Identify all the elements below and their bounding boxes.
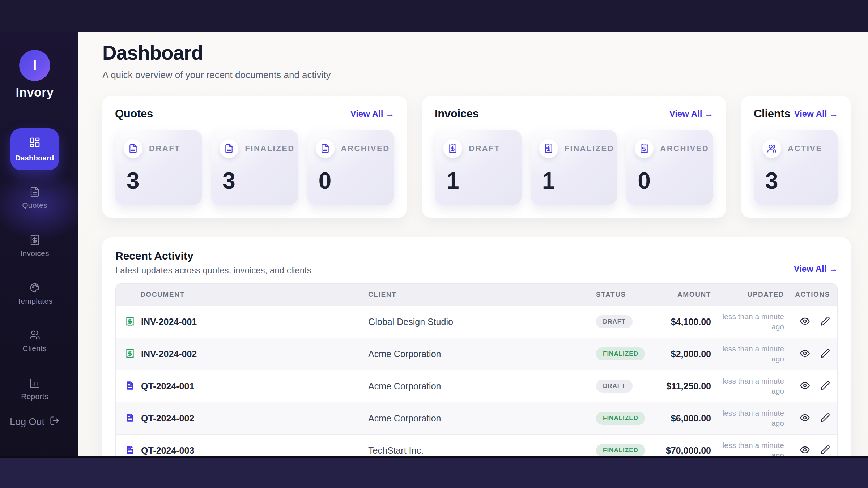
updated-timestamp: less than a minute ago xyxy=(711,440,784,456)
edit-button[interactable] xyxy=(820,413,830,424)
invoice-receipt-icon xyxy=(125,316,135,328)
quotes-view-all-link[interactable]: View All → xyxy=(350,109,394,119)
clients-view-all-link[interactable]: View All → xyxy=(794,109,838,119)
palette-icon xyxy=(29,282,40,293)
client-name: Acme Corporation xyxy=(368,413,596,424)
status-badge: FINALIZED xyxy=(596,347,645,360)
table-header-row: DOCUMENT CLIENT STATUS AMOUNT UPDATED AC… xyxy=(116,284,837,305)
layout-dashboard-icon xyxy=(29,137,41,150)
quote-document-icon xyxy=(125,381,135,392)
sidebar-item-label: Templates xyxy=(17,297,52,305)
client-name: Acme Corporation xyxy=(368,349,596,359)
stat-value: 3 xyxy=(127,167,193,194)
sidebar-item-reports[interactable]: Reports xyxy=(0,378,69,401)
stat-tile-quotes-archived: ARCHIVED 0 xyxy=(307,130,394,205)
stat-tile-quotes-draft: DRAFT 3 xyxy=(115,130,202,205)
recent-activity-card: Recent Activity Latest updates across qu… xyxy=(102,237,851,456)
stat-label: DRAFT xyxy=(149,144,180,153)
sidebar-item-label: Reports xyxy=(21,392,48,401)
recent-activity-table: DOCUMENT CLIENT STATUS AMOUNT UPDATED AC… xyxy=(115,283,838,456)
main-content: Dashboard A quick overview of your recen… xyxy=(78,32,868,456)
table-row[interactable]: INV-2024-002 Acme Corporation FINALIZED … xyxy=(116,338,837,370)
card-title: Clients xyxy=(754,107,790,120)
sidebar-item-dashboard[interactable]: Dashboard xyxy=(10,128,59,170)
pencil-icon xyxy=(820,445,830,456)
stat-label: FINALIZED xyxy=(245,144,294,153)
client-name: Global Design Studio xyxy=(368,317,596,327)
amount-value: $6,000.00 xyxy=(650,413,711,424)
stat-tile-invoices-draft: DRAFT 1 xyxy=(435,130,522,205)
sidebar-item-templates[interactable]: Templates xyxy=(0,282,69,305)
edit-button[interactable] xyxy=(820,381,830,391)
top-band xyxy=(0,0,868,32)
status-badge: FINALIZED xyxy=(596,412,645,425)
stat-label: ARCHIVED xyxy=(660,144,709,153)
status-badge: DRAFT xyxy=(596,315,633,328)
brand-logo: I xyxy=(19,50,50,81)
quote-document-icon xyxy=(125,445,135,456)
stat-value: 3 xyxy=(222,167,289,194)
sidebar-item-clients[interactable]: Clients xyxy=(0,330,69,353)
client-name: TechStart Inc. xyxy=(368,445,596,456)
invoices-summary-card: Invoices View All → DRAFT 1 xyxy=(422,96,726,218)
document-id: QT-2024-003 xyxy=(141,445,194,456)
receipt-icon xyxy=(635,139,654,158)
stat-value: 0 xyxy=(319,167,386,194)
recent-activity-subtitle: Latest updates across quotes, invoices, … xyxy=(115,265,794,275)
brand-name: Invory xyxy=(0,85,69,99)
stat-tile-invoices-archived: ARCHIVED 0 xyxy=(626,130,713,205)
users-icon xyxy=(762,139,781,158)
bottom-band xyxy=(0,456,868,488)
file-text-icon xyxy=(29,187,40,197)
users-icon xyxy=(29,330,40,341)
edit-button[interactable] xyxy=(820,445,830,456)
column-header-updated: UPDATED xyxy=(711,291,784,299)
amount-value: $4,100.00 xyxy=(650,317,711,327)
view-button[interactable] xyxy=(800,380,810,392)
sidebar-item-label: Invoices xyxy=(20,249,49,258)
document-id: INV-2024-001 xyxy=(141,317,197,327)
stat-label: ACTIVE xyxy=(788,144,822,153)
column-header-client: CLIENT xyxy=(368,291,596,299)
edit-button[interactable] xyxy=(820,348,830,359)
view-button[interactable] xyxy=(800,412,810,424)
sidebar-item-invoices[interactable]: Invoices xyxy=(0,235,69,258)
pencil-icon xyxy=(820,381,830,391)
view-button[interactable] xyxy=(800,445,810,456)
column-header-document: DOCUMENT xyxy=(116,291,368,299)
updated-timestamp: less than a minute ago xyxy=(711,312,784,332)
stat-label: ARCHIVED xyxy=(341,144,390,153)
amount-value: $11,250.00 xyxy=(650,381,711,391)
logout-button[interactable]: Log Out xyxy=(0,416,69,428)
edit-button[interactable] xyxy=(820,316,830,327)
status-badge: DRAFT xyxy=(596,380,633,393)
view-button[interactable] xyxy=(800,348,810,360)
sidebar-item-label: Dashboard xyxy=(15,154,54,162)
table-row[interactable]: QT-2024-003 TechStart Inc. FINALIZED $70… xyxy=(116,434,837,456)
updated-timestamp: less than a minute ago xyxy=(711,408,784,429)
document-id: QT-2024-001 xyxy=(141,381,194,391)
bar-chart-icon xyxy=(29,378,40,389)
table-row[interactable]: QT-2024-001 Acme Corporation DRAFT $11,2… xyxy=(116,370,837,402)
view-button[interactable] xyxy=(800,316,810,328)
table-row[interactable]: QT-2024-002 Acme Corporation FINALIZED $… xyxy=(116,402,837,434)
stat-value: 1 xyxy=(446,167,513,194)
quotes-summary-card: Quotes View All → DRAFT 3 xyxy=(102,96,407,218)
receipt-icon xyxy=(443,139,462,158)
column-header-status: STATUS xyxy=(596,291,650,299)
pencil-icon xyxy=(820,413,830,424)
recent-activity-view-all-link[interactable]: View All → xyxy=(794,264,838,274)
document-id: QT-2024-002 xyxy=(141,413,194,424)
stat-value: 0 xyxy=(638,167,705,194)
card-title: Quotes xyxy=(115,107,153,120)
column-header-amount: AMOUNT xyxy=(650,291,711,299)
stat-value: 1 xyxy=(542,167,609,194)
stat-value: 3 xyxy=(765,167,829,194)
sidebar-item-quotes[interactable]: Quotes xyxy=(0,187,69,210)
eye-icon xyxy=(800,380,810,392)
client-name: Acme Corporation xyxy=(368,381,596,391)
table-row[interactable]: INV-2024-001 Global Design Studio DRAFT … xyxy=(116,305,837,338)
invoices-view-all-link[interactable]: View All → xyxy=(669,109,713,119)
recent-activity-title: Recent Activity xyxy=(115,250,794,262)
summary-cards-row: Quotes View All → DRAFT 3 xyxy=(102,96,851,218)
